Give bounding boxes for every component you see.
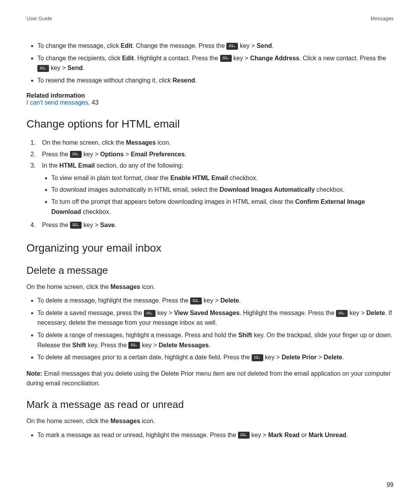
menu-key-icon [128, 342, 140, 349]
svg-point-1 [231, 44, 232, 46]
delete-bullets: To delete a message, highlight the messa… [26, 296, 394, 362]
header-left: User Guide [26, 16, 52, 21]
menu-key-icon [238, 432, 250, 439]
svg-point-33 [76, 225, 77, 226]
svg-point-8 [224, 57, 225, 58]
menu-key-icon [144, 310, 156, 317]
list-item: To delete a message, highlight the messa… [37, 296, 394, 306]
svg-point-30 [76, 224, 77, 225]
svg-point-55 [343, 313, 345, 314]
svg-point-11 [224, 58, 225, 60]
list-item: To change the recipients, click Edit. Hi… [37, 53, 394, 73]
svg-point-72 [244, 434, 245, 435]
svg-point-59 [131, 345, 132, 346]
menu-key-icon [226, 43, 238, 50]
svg-point-4 [231, 46, 232, 47]
list-item: To delete all messages prior to a certai… [37, 352, 394, 362]
svg-point-10 [222, 58, 224, 60]
page: User Guide Messages To change the messag… [0, 0, 420, 504]
svg-point-47 [150, 313, 151, 314]
step-item: On the home screen, click the Messages i… [37, 137, 394, 148]
svg-point-18 [42, 68, 43, 70]
list-item: To delete a saved message, press the key… [37, 308, 394, 328]
menu-key-icon [336, 310, 348, 317]
svg-point-38 [193, 301, 194, 302]
svg-point-32 [74, 225, 75, 226]
list-item: To delete a range of messages, highlight… [37, 330, 394, 350]
svg-point-62 [136, 345, 137, 346]
svg-point-65 [257, 356, 258, 357]
list-item: To view email in plain text format, clea… [51, 173, 394, 183]
list-item: To change the message, click Edit. Chang… [37, 41, 394, 51]
svg-point-28 [73, 224, 74, 225]
section-title-html-email: Change options for HTML email [26, 118, 394, 130]
html-email-steps: On the home screen, click the Messages i… [26, 137, 394, 230]
svg-point-25 [74, 154, 75, 156]
svg-point-46 [148, 313, 149, 314]
svg-point-49 [339, 312, 340, 313]
svg-point-58 [134, 344, 135, 345]
svg-point-36 [194, 299, 196, 301]
svg-point-70 [241, 434, 242, 435]
section-title-organizing: Organizing your email inbox [26, 242, 394, 254]
menu-key-icon [190, 298, 202, 304]
related-link-row: I can't send messages, 43 [26, 99, 394, 106]
svg-point-24 [73, 154, 74, 156]
svg-point-68 [257, 358, 258, 359]
list-item: To turn off the prompt that appears befo… [51, 197, 394, 217]
svg-point-0 [229, 44, 230, 46]
delete-note: Note: Email messages that you delete usi… [26, 369, 394, 388]
related-information-heading: Related information [26, 92, 394, 99]
svg-point-5 [232, 46, 233, 47]
svg-point-69 [259, 358, 260, 359]
svg-point-19 [43, 68, 44, 70]
header-right: Messages [371, 16, 394, 21]
svg-point-75 [244, 435, 245, 436]
svg-point-35 [193, 299, 194, 301]
svg-point-23 [76, 153, 77, 154]
svg-point-31 [73, 225, 74, 226]
step-item: Press the key > Options > Email Preferen… [37, 149, 394, 159]
section-title-mark: Mark a message as read or unread [26, 399, 394, 411]
related-link[interactable]: I can't send messages, [26, 99, 90, 106]
svg-point-67 [256, 358, 257, 359]
svg-point-40 [196, 301, 197, 302]
svg-point-13 [227, 58, 228, 60]
svg-point-60 [133, 345, 134, 346]
svg-point-71 [242, 434, 243, 435]
list-item: To download images automatically in HTML… [51, 185, 394, 195]
svg-point-21 [73, 153, 74, 154]
svg-point-63 [254, 356, 255, 357]
svg-point-17 [40, 68, 41, 70]
delete-intro: On the home screen, click the Messages i… [26, 282, 394, 292]
svg-point-44 [150, 312, 151, 313]
menu-key-icon [70, 151, 82, 158]
svg-point-61 [134, 345, 135, 346]
svg-point-41 [198, 301, 199, 302]
menu-key-icon [37, 65, 49, 72]
svg-point-26 [76, 154, 77, 156]
svg-point-22 [74, 153, 75, 154]
svg-point-6 [234, 46, 235, 47]
svg-point-3 [229, 46, 230, 47]
svg-point-20 [45, 68, 46, 70]
svg-point-9 [226, 57, 227, 58]
list-item: To resend the message without changing i… [37, 75, 394, 86]
svg-point-76 [245, 435, 247, 436]
page-header: User Guide Messages [26, 16, 394, 21]
svg-point-56 [131, 344, 132, 345]
svg-point-48 [151, 313, 152, 314]
svg-point-51 [342, 312, 343, 313]
svg-point-54 [342, 313, 343, 314]
svg-point-34 [77, 225, 79, 226]
svg-point-64 [256, 356, 257, 357]
svg-point-7 [222, 57, 224, 58]
svg-point-16 [43, 67, 44, 68]
svg-point-15 [42, 67, 43, 68]
mark-bullets: To mark a message as read or unread, hig… [26, 430, 394, 440]
intro-bullet-list: To change the message, click Edit. Chang… [26, 41, 394, 85]
step-item: Press the key > Save. [37, 220, 394, 230]
svg-point-39 [194, 301, 196, 302]
section-title-delete: Delete a message [26, 264, 394, 276]
svg-point-42 [147, 312, 148, 313]
